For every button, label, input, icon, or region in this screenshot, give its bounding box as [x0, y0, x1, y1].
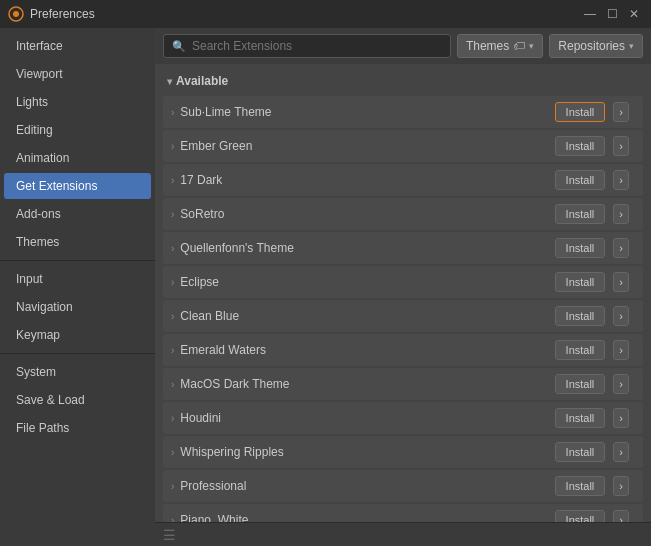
sidebar-item-input[interactable]: Input	[4, 266, 151, 292]
expand-button-professional[interactable]: ›	[613, 476, 629, 496]
ext-name: Eclipse	[180, 275, 548, 289]
ext-expand-arrow: ›	[171, 447, 174, 458]
bottom-bar: ☰	[155, 522, 651, 546]
expand-button-emerald[interactable]: ›	[613, 340, 629, 360]
sidebar-item-animation[interactable]: Animation	[4, 145, 151, 171]
sidebar-item-save-load[interactable]: Save & Load	[4, 387, 151, 413]
repos-dropdown-arrow: ▾	[629, 41, 634, 51]
ext-expand-arrow: ›	[171, 243, 174, 254]
install-button-sublime[interactable]: Install	[555, 102, 606, 122]
repositories-dropdown[interactable]: Repositories ▾	[549, 34, 643, 58]
ext-name: SoRetro	[180, 207, 548, 221]
ext-expand-arrow: ›	[171, 515, 174, 523]
ext-item-cleanblue: › Clean Blue Install ›	[163, 300, 643, 332]
close-button[interactable]: ✕	[625, 5, 643, 23]
expand-button-macos[interactable]: ›	[613, 374, 629, 394]
expand-button-cleanblue[interactable]: ›	[613, 306, 629, 326]
expand-button-sublime[interactable]: ›	[613, 102, 629, 122]
extensions-list: ▾ Available › Sub·Lime Theme Install › ›…	[155, 64, 651, 522]
search-input[interactable]	[192, 39, 442, 53]
ext-item-17dark: › 17 Dark Install ›	[163, 164, 643, 196]
install-button-ember[interactable]: Install	[555, 136, 606, 156]
expand-button-eclipse[interactable]: ›	[613, 272, 629, 292]
ext-name: Piano_White	[180, 513, 548, 522]
expand-button-ember[interactable]: ›	[613, 136, 629, 156]
sidebar-item-interface[interactable]: Interface	[4, 33, 151, 59]
sidebar-item-themes[interactable]: Themes	[4, 229, 151, 255]
expand-button-17dark[interactable]: ›	[613, 170, 629, 190]
expand-button-soretro[interactable]: ›	[613, 204, 629, 224]
ext-expand-arrow: ›	[171, 277, 174, 288]
ext-item-whispering: › Whispering Ripples Install ›	[163, 436, 643, 468]
sidebar: Interface Viewport Lights Editing Animat…	[0, 28, 155, 546]
ext-name: Sub·Lime Theme	[180, 105, 548, 119]
sidebar-item-system[interactable]: System	[4, 359, 151, 385]
sidebar-item-keymap[interactable]: Keymap	[4, 322, 151, 348]
ext-expand-arrow: ›	[171, 175, 174, 186]
search-icon: 🔍	[172, 40, 186, 53]
install-button-17dark[interactable]: Install	[555, 170, 606, 190]
install-button-piano[interactable]: Install	[555, 510, 606, 522]
expand-button-whispering[interactable]: ›	[613, 442, 629, 462]
window-title: Preferences	[30, 7, 575, 21]
ext-expand-arrow: ›	[171, 311, 174, 322]
install-button-emerald[interactable]: Install	[555, 340, 606, 360]
ext-expand-arrow: ›	[171, 107, 174, 118]
sidebar-item-add-ons[interactable]: Add-ons	[4, 201, 151, 227]
install-button-houdini[interactable]: Install	[555, 408, 606, 428]
ext-item-ember: › Ember Green Install ›	[163, 130, 643, 162]
ext-item-piano: › Piano_White Install ›	[163, 504, 643, 522]
ext-item-houdini: › Houdini Install ›	[163, 402, 643, 434]
expand-button-houdini[interactable]: ›	[613, 408, 629, 428]
sidebar-item-file-paths[interactable]: File Paths	[4, 415, 151, 441]
toolbar: 🔍 Themes 🏷 ▾ Repositories ▾	[155, 28, 651, 64]
ext-name: MacOS Dark Theme	[180, 377, 548, 391]
content-area: 🔍 Themes 🏷 ▾ Repositories ▾ ▾ Available …	[155, 28, 651, 546]
sidebar-item-editing[interactable]: Editing	[4, 117, 151, 143]
ext-name: Emerald Waters	[180, 343, 548, 357]
ext-item-professional: › Professional Install ›	[163, 470, 643, 502]
install-button-eclipse[interactable]: Install	[555, 272, 606, 292]
menu-icon[interactable]: ☰	[163, 527, 176, 543]
expand-button-quellenfonn[interactable]: ›	[613, 238, 629, 258]
ext-item-quellenfonn: › Quellenfonn's Theme Install ›	[163, 232, 643, 264]
available-section-header[interactable]: ▾ Available	[163, 68, 643, 94]
minimize-button[interactable]: —	[581, 5, 599, 23]
themes-dropdown[interactable]: Themes 🏷 ▾	[457, 34, 543, 58]
install-button-whispering[interactable]: Install	[555, 442, 606, 462]
tag-icon: 🏷	[513, 39, 525, 53]
maximize-button[interactable]: ☐	[603, 5, 621, 23]
main-container: Interface Viewport Lights Editing Animat…	[0, 28, 651, 546]
sidebar-divider	[0, 260, 155, 261]
install-button-professional[interactable]: Install	[555, 476, 606, 496]
ext-name: Quellenfonn's Theme	[180, 241, 548, 255]
install-button-soretro[interactable]: Install	[555, 204, 606, 224]
search-box[interactable]: 🔍	[163, 34, 451, 58]
sidebar-divider-2	[0, 353, 155, 354]
ext-item-soretro: › SoRetro Install ›	[163, 198, 643, 230]
sidebar-item-viewport[interactable]: Viewport	[4, 61, 151, 87]
ext-name: Ember Green	[180, 139, 548, 153]
install-button-quellenfonn[interactable]: Install	[555, 238, 606, 258]
expand-button-piano[interactable]: ›	[613, 510, 629, 522]
sidebar-item-navigation[interactable]: Navigation	[4, 294, 151, 320]
ext-item-emerald: › Emerald Waters Install ›	[163, 334, 643, 366]
ext-item-macos: › MacOS Dark Theme Install ›	[163, 368, 643, 400]
section-label: Available	[176, 74, 228, 88]
install-button-macos[interactable]: Install	[555, 374, 606, 394]
ext-name: Houdini	[180, 411, 548, 425]
ext-expand-arrow: ›	[171, 141, 174, 152]
sidebar-item-lights[interactable]: Lights	[4, 89, 151, 115]
ext-item-eclipse: › Eclipse Install ›	[163, 266, 643, 298]
title-bar: Preferences — ☐ ✕	[0, 0, 651, 28]
ext-name: Whispering Ripples	[180, 445, 548, 459]
window-controls: — ☐ ✕	[581, 5, 643, 23]
ext-expand-arrow: ›	[171, 209, 174, 220]
ext-expand-arrow: ›	[171, 413, 174, 424]
ext-name: Professional	[180, 479, 548, 493]
install-button-cleanblue[interactable]: Install	[555, 306, 606, 326]
themes-dropdown-arrow: ▾	[529, 41, 534, 51]
ext-name: Clean Blue	[180, 309, 548, 323]
ext-expand-arrow: ›	[171, 481, 174, 492]
sidebar-item-get-extensions[interactable]: Get Extensions	[4, 173, 151, 199]
